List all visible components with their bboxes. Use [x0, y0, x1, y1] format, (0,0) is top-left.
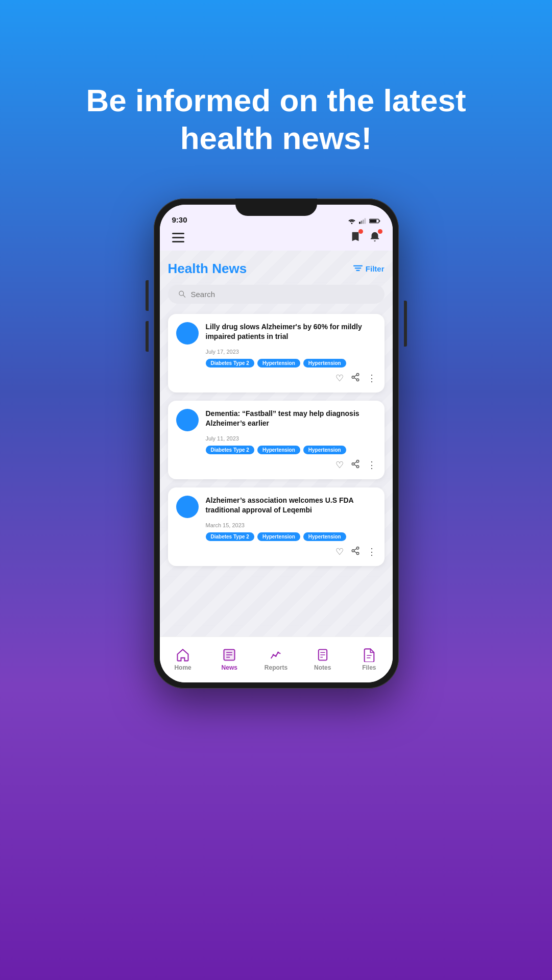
- phone-mockup: 9:30: [154, 199, 399, 689]
- more-button[interactable]: ⋮: [367, 373, 376, 384]
- svg-rect-9: [355, 267, 362, 268]
- card-title: Alzheimer’s association welcomes U.S FDA…: [206, 496, 376, 516]
- volume-down-button: [146, 321, 149, 352]
- svg-point-15: [356, 379, 359, 381]
- svg-line-26: [354, 551, 356, 553]
- nav-item-notes[interactable]: Notes: [307, 648, 338, 671]
- share-button[interactable]: [351, 459, 360, 471]
- svg-point-34: [277, 652, 279, 654]
- svg-rect-7: [370, 219, 376, 222]
- search-icon: [178, 290, 186, 298]
- notes-icon: [316, 648, 330, 662]
- news-tag: Hypertension: [257, 532, 300, 541]
- nav-label-home: Home: [174, 664, 191, 671]
- svg-line-16: [354, 378, 356, 379]
- like-button[interactable]: ♡: [335, 546, 344, 557]
- news-tag: Diabetes Type 2: [206, 359, 254, 368]
- svg-rect-3: [363, 219, 364, 224]
- news-tag: Hypertension: [303, 532, 346, 541]
- bell-button[interactable]: [369, 231, 380, 244]
- power-button: [404, 301, 407, 347]
- more-button[interactable]: ⋮: [367, 459, 376, 471]
- nav-item-home[interactable]: Home: [167, 648, 198, 671]
- card-avatar: [176, 322, 199, 345]
- svg-point-0: [351, 223, 352, 224]
- bell-badge: [378, 229, 382, 234]
- svg-point-23: [356, 547, 359, 549]
- news-card[interactable]: Lilly drug slows Alzheimer's by 60% for …: [168, 314, 385, 393]
- battery-icon: [369, 218, 380, 224]
- news-tag: Diabetes Type 2: [206, 446, 254, 454]
- tags-row: Diabetes Type 2HypertensionHypertension: [176, 359, 376, 368]
- svg-rect-2: [361, 220, 362, 224]
- svg-line-27: [354, 549, 356, 550]
- card-date: July 17, 2023: [176, 349, 376, 355]
- svg-point-13: [356, 373, 359, 376]
- bookmark-button[interactable]: [350, 231, 361, 244]
- card-actions: ♡ ⋮: [176, 459, 376, 471]
- svg-line-17: [354, 375, 356, 377]
- card-top: Dementia: “Fastball” test may help diagn…: [176, 409, 376, 431]
- svg-rect-6: [379, 220, 380, 222]
- home-icon: [176, 648, 190, 662]
- like-button[interactable]: ♡: [335, 459, 344, 471]
- news-card[interactable]: Dementia: “Fastball” test may help diagn…: [168, 401, 385, 479]
- nav-label-notes: Notes: [314, 664, 331, 671]
- wifi-icon: [348, 218, 356, 224]
- card-top: Alzheimer’s association welcomes U.S FDA…: [176, 496, 376, 518]
- more-button[interactable]: ⋮: [367, 546, 376, 557]
- phone-notch: [235, 199, 317, 216]
- svg-point-25: [356, 552, 359, 555]
- nav-item-reports[interactable]: Reports: [260, 648, 291, 671]
- page-title: Health News: [168, 261, 247, 277]
- status-icons: [348, 218, 380, 224]
- svg-point-24: [352, 550, 354, 552]
- svg-point-20: [356, 465, 359, 468]
- page-title-row: Health News Filter: [168, 261, 385, 277]
- news-tag: Hypertension: [303, 446, 346, 454]
- svg-point-33: [275, 655, 277, 657]
- filter-label: Filter: [366, 264, 385, 273]
- bookmark-badge: [358, 229, 363, 234]
- app-header: [160, 227, 393, 251]
- news-cards-container: Lilly drug slows Alzheimer's by 60% for …: [168, 314, 385, 566]
- search-input[interactable]: [190, 290, 374, 299]
- card-avatar: [176, 496, 199, 518]
- news-tag: Diabetes Type 2: [206, 532, 254, 541]
- nav-label-files: Files: [362, 664, 376, 671]
- svg-point-19: [352, 463, 354, 465]
- card-date: July 11, 2023: [176, 435, 376, 442]
- menu-button[interactable]: [172, 233, 184, 242]
- card-title: Dementia: “Fastball” test may help diagn…: [206, 409, 376, 429]
- nav-label-reports: Reports: [265, 664, 287, 671]
- tags-row: Diabetes Type 2HypertensionHypertension: [176, 446, 376, 454]
- nav-item-files[interactable]: Files: [354, 648, 385, 671]
- filter-button[interactable]: Filter: [353, 264, 385, 273]
- news-card[interactable]: Alzheimer’s association welcomes U.S FDA…: [168, 487, 385, 566]
- main-content: Health News Filter: [160, 251, 393, 636]
- phone-outer: 9:30: [154, 199, 399, 689]
- svg-line-22: [354, 462, 356, 463]
- phone-screen: 9:30: [160, 205, 393, 682]
- card-title: Lilly drug slows Alzheimer's by 60% for …: [206, 322, 376, 342]
- volume-up-button: [146, 280, 149, 311]
- header-actions: [350, 231, 380, 244]
- news-icon: [222, 648, 236, 662]
- svg-line-12: [183, 295, 185, 297]
- share-button[interactable]: [351, 546, 360, 558]
- bottom-nav: Home News: [160, 636, 393, 682]
- svg-rect-1: [359, 222, 361, 224]
- share-button[interactable]: [351, 373, 360, 384]
- svg-point-32: [273, 654, 275, 656]
- files-icon: [362, 648, 376, 662]
- search-bar[interactable]: [168, 285, 385, 304]
- svg-line-21: [354, 464, 356, 466]
- nav-label-news: News: [222, 664, 237, 671]
- card-actions: ♡ ⋮: [176, 546, 376, 558]
- like-button[interactable]: ♡: [335, 373, 344, 384]
- news-tag: Hypertension: [257, 446, 300, 454]
- nav-item-news[interactable]: News: [214, 648, 245, 671]
- svg-rect-4: [364, 218, 366, 224]
- svg-rect-10: [356, 270, 359, 271]
- card-date: March 15, 2023: [176, 522, 376, 528]
